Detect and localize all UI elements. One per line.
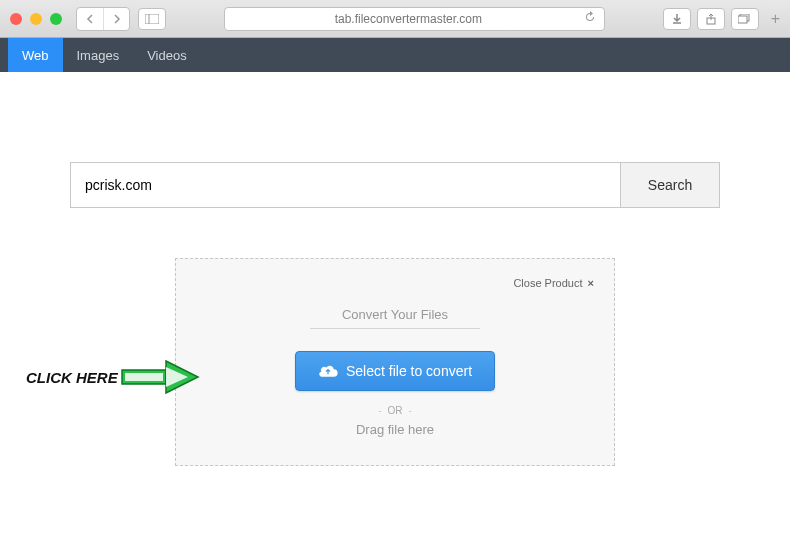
tabs-button[interactable] (731, 8, 759, 30)
forward-button[interactable] (103, 8, 129, 30)
search-button[interactable]: Search (620, 162, 720, 208)
click-here-callout: CLICK HERE (26, 357, 200, 397)
converter-title: Convert Your Files (310, 307, 480, 329)
nav-back-forward (76, 7, 130, 31)
or-divider: OR (196, 405, 594, 416)
browser-toolbar: tab.fileconvertermaster.com + (0, 0, 790, 38)
page-content: Search Close Product × Convert Your File… (0, 72, 790, 538)
search-input[interactable] (70, 162, 620, 208)
back-button[interactable] (77, 8, 103, 30)
window-maximize-button[interactable] (50, 13, 62, 25)
address-bar[interactable]: tab.fileconvertermaster.com (224, 7, 605, 31)
tab-videos[interactable]: Videos (133, 38, 201, 72)
select-file-button[interactable]: Select file to convert (295, 351, 495, 391)
new-tab-button[interactable]: + (771, 10, 780, 28)
cloud-upload-icon (318, 363, 338, 380)
tab-label: Web (22, 48, 49, 63)
svg-rect-0 (145, 14, 159, 24)
toolbar-right (663, 8, 759, 30)
close-product-link[interactable]: Close Product × (196, 277, 594, 289)
converter-widget: Close Product × Convert Your Files Selec… (175, 258, 615, 466)
tab-web[interactable]: Web (8, 38, 63, 72)
window-controls (10, 13, 62, 25)
click-here-text: CLICK HERE (26, 369, 118, 386)
tab-images[interactable]: Images (63, 38, 134, 72)
url-text: tab.fileconvertermaster.com (233, 12, 584, 26)
reload-icon[interactable] (584, 11, 596, 26)
drag-file-label: Drag file here (196, 422, 594, 437)
tab-label: Videos (147, 48, 187, 63)
window-close-button[interactable] (10, 13, 22, 25)
close-product-label: Close Product (513, 277, 582, 289)
page-nav-tabs: Web Images Videos (0, 38, 790, 72)
arrow-icon (120, 357, 200, 397)
svg-rect-7 (125, 373, 163, 381)
share-button[interactable] (697, 8, 725, 30)
tab-label: Images (77, 48, 120, 63)
close-icon: × (588, 277, 594, 289)
sidebar-toggle-button[interactable] (138, 8, 166, 30)
select-file-label: Select file to convert (346, 363, 472, 379)
downloads-button[interactable] (663, 8, 691, 30)
svg-rect-4 (738, 16, 747, 23)
window-minimize-button[interactable] (30, 13, 42, 25)
search-row: Search (70, 162, 720, 208)
